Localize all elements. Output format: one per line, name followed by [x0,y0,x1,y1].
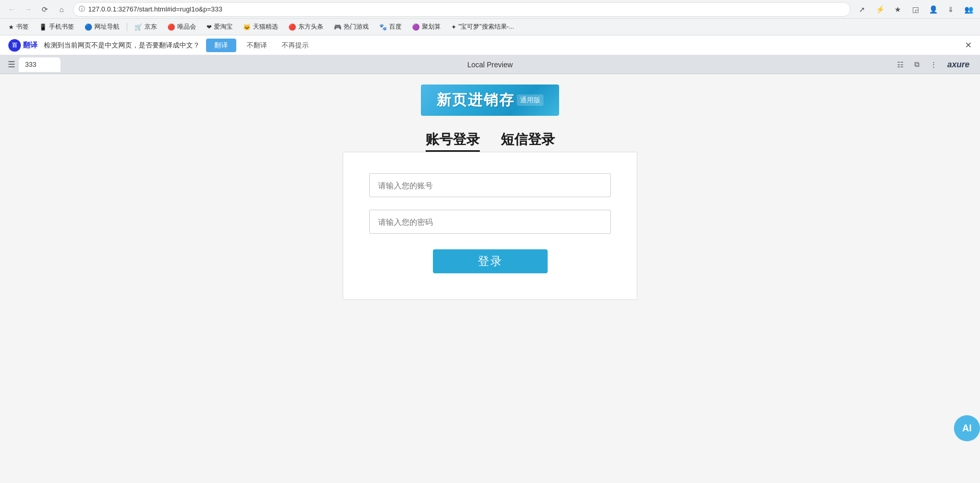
bookmark-item-taobao[interactable]: ❤ 爱淘宝 [202,21,237,33]
bookmark-item-nav[interactable]: 🔵 网址导航 [80,21,124,33]
password-group [369,210,611,234]
browser-chrome: ← → ⟳ ⌂ ⓘ 127.0.0.1:32767/start.html#id=… [0,0,980,74]
bookmark-item-baidu[interactable]: 🐾 百度 [375,21,406,33]
baidu-icon: 🐾 [379,23,387,31]
taobao-icon: ❤ [207,23,212,31]
tab-title: 333 [25,61,37,68]
reader-mode-button[interactable]: ☷ [893,57,908,72]
ai-label: AI [962,423,972,434]
bookmark-label: 百度 [389,22,402,31]
baidu-paw-icon: 百 [8,39,21,52]
tab-bar: ☰ 333 Local Preview ☷ ⧉ ⋮ axure [0,55,980,74]
bookmark-icon: ★ [8,23,14,31]
dongfang-icon: 🔴 [288,23,296,31]
nav-buttons: ← → ⟳ ⌂ [4,2,69,17]
translation-bar: 百 翻译 检测到当前网页不是中文网页，是否要翻译成中文？ 翻译 不翻译 不再提示… [0,35,980,55]
tab-sms-login[interactable]: 短信登录 [501,130,555,152]
username-input[interactable] [369,173,611,197]
bookmark-item-doraemon[interactable]: ✦ "宝可梦"搜索结果-... [447,21,518,33]
translation-message: 检测到当前网页不是中文网页，是否要翻译成中文？ [44,41,200,50]
mobile-icon: 📱 [39,23,47,31]
download-button[interactable]: ⇓ [943,2,958,17]
bookmarks-bar: ★ 书签 📱 手机书签 🔵 网址导航 🛒 京东 🔴 唯品会 ❤ 爱淘宝 🐱 天猫… [0,19,980,35]
page-title-center: Local Preview [467,61,513,69]
bookmark-item-wepin[interactable]: 🔴 唯品会 [163,21,200,33]
no-translate-button[interactable]: 不翻译 [243,39,271,52]
browser-toolbar-right: ☷ ⧉ ⋮ axure [893,57,976,72]
bookmark-label: "宝可梦"搜索结果-... [458,22,514,31]
bookmark-label: 唯品会 [177,22,196,31]
main-content: 新页进销存 通用版 账号登录 短信登录 登录 [0,74,980,483]
logo-sub-text: 通用版 [517,94,543,106]
login-tabs: 账号登录 短信登录 [426,130,555,152]
wepin-icon: 🔴 [167,23,175,31]
bookmark-label: 书签 [16,22,29,31]
bookmark-label: 东方头条 [298,22,323,31]
juhui-icon: 🟣 [412,23,420,31]
floating-ai-button[interactable]: AI [954,415,980,441]
bookmark-item-tmall[interactable]: 🐱 天猫精选 [239,21,282,33]
bookmark-star-button[interactable]: ★ [890,2,905,17]
bookmark-label: 聚划算 [422,22,441,31]
bookmark-label: 网址导航 [94,22,119,31]
tab-account-login[interactable]: 账号登录 [426,130,480,152]
translate-button[interactable]: 翻译 [206,39,236,52]
back-button[interactable]: ← [4,2,19,17]
bookmark-label: 爱淘宝 [214,22,233,31]
address-text: 127.0.0.1:32767/start.html#id=rugl1o&p=3… [88,5,222,13]
browser-right-icons: ➚ ⚡ ★ ◲ 👤 ⇓ 👥 [855,2,976,17]
tmall-icon: 🐱 [243,23,251,31]
tab-menu-button[interactable]: ☰ [4,57,19,72]
axure-logo: axure [943,60,974,69]
share-button[interactable]: ➚ [855,2,869,17]
login-button[interactable]: 登录 [433,249,548,273]
games-icon: 🎮 [334,23,342,31]
page-container: 新页进销存 通用版 账号登录 短信登录 登录 [313,84,668,473]
forward-button[interactable]: → [21,2,35,17]
baidu-translate-label: 翻译 [23,41,38,50]
top-bar: ← → ⟳ ⌂ ⓘ 127.0.0.1:32767/start.html#id=… [0,0,980,19]
password-input[interactable] [369,210,611,234]
lock-icon: ⓘ [79,5,85,14]
username-group [369,173,611,197]
reload-button[interactable]: ⟳ [38,2,52,17]
bookmark-label: 手机书签 [49,22,74,31]
bookmark-item-dongfang[interactable]: 🔴 东方头条 [284,21,328,33]
bookmark-item-jd[interactable]: 🛒 京东 [130,21,161,33]
split-view-button[interactable]: ⧉ [910,57,924,72]
more-button[interactable]: ⋮ [926,57,941,72]
jd-icon: 🛒 [135,23,142,31]
nav-icon: 🔵 [84,23,92,31]
account-button[interactable]: 👥 [961,2,976,17]
bookmark-label: 京东 [144,22,157,31]
doraemon-icon: ✦ [451,23,456,31]
bookmark-item-juhui[interactable]: 🟣 聚划算 [408,21,445,33]
home-button[interactable]: ⌂ [54,2,69,17]
lightning-button[interactable]: ⚡ [873,2,887,17]
baidu-logo: 百 翻译 [8,39,38,52]
bookmark-label: 热门游戏 [344,22,369,31]
bookmark-item-bookmarks[interactable]: ★ 书签 [4,21,33,33]
profile-button[interactable]: 👤 [926,2,940,17]
login-form-box: 登录 [343,152,637,300]
active-tab[interactable]: 333 [19,57,61,72]
bookmark-separator [127,23,127,31]
bookmark-label: 天猫精选 [253,22,278,31]
logo-main-text: 新页进销存 [437,90,515,110]
address-bar[interactable]: ⓘ 127.0.0.1:32767/start.html#id=rugl1o&p… [73,2,851,17]
logo-banner: 新页进销存 通用版 [421,84,559,116]
never-translate-button[interactable]: 不再提示 [277,39,313,52]
extensions-button[interactable]: ◲ [908,2,923,17]
bookmark-item-games[interactable]: 🎮 热门游戏 [330,21,373,33]
close-translation-button[interactable]: ✕ [965,40,972,50]
bookmark-item-mobile[interactable]: 📱 手机书签 [35,21,78,33]
